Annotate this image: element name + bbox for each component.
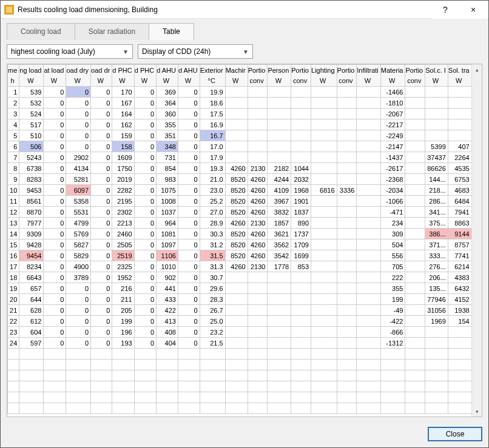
cell[interactable]: 31056 bbox=[425, 305, 448, 316]
cell[interactable]: 19 bbox=[8, 283, 19, 294]
cell[interactable] bbox=[337, 327, 357, 338]
cell[interactable] bbox=[268, 152, 291, 163]
cell[interactable]: 4900 bbox=[66, 261, 91, 272]
cell[interactable]: -2249 bbox=[380, 130, 405, 141]
table-row[interactable]: 196570002160441029.6355135...6432450 bbox=[8, 283, 482, 294]
cell[interactable]: 853 bbox=[291, 261, 311, 272]
cell[interactable]: 539 bbox=[19, 87, 44, 98]
cell[interactable]: 9144 bbox=[448, 229, 471, 239]
cell[interactable]: 1699 bbox=[291, 250, 311, 261]
cell[interactable]: 2195 bbox=[112, 196, 134, 207]
col-header[interactable]: me bbox=[8, 65, 19, 76]
cell[interactable]: 0 bbox=[134, 119, 156, 130]
cell[interactable]: 360 bbox=[157, 109, 178, 119]
cell[interactable]: 0 bbox=[91, 174, 112, 185]
cell[interactable]: 5 bbox=[8, 130, 19, 141]
cell[interactable] bbox=[268, 141, 291, 152]
cell[interactable] bbox=[248, 109, 268, 119]
cell[interactable]: 731 bbox=[157, 152, 178, 163]
cell[interactable] bbox=[448, 109, 471, 119]
cell[interactable] bbox=[337, 261, 357, 272]
cell[interactable] bbox=[425, 87, 448, 98]
cell[interactable]: 11 bbox=[8, 196, 19, 207]
cell[interactable]: 17.5 bbox=[200, 109, 225, 119]
cell[interactable]: 0 bbox=[44, 185, 66, 196]
cell[interactable]: 28.9 bbox=[200, 218, 225, 229]
cell[interactable]: 854 bbox=[157, 163, 178, 174]
cell[interactable]: 14 bbox=[8, 229, 19, 239]
cell[interactable]: 0 bbox=[66, 316, 91, 327]
cell[interactable] bbox=[311, 338, 337, 349]
table-row[interactable]: 65060001580348017.0-2147539940728 bbox=[8, 141, 482, 152]
cell[interactable] bbox=[357, 218, 380, 229]
cell[interactable]: 375... bbox=[425, 218, 448, 229]
cell[interactable] bbox=[357, 87, 380, 98]
cell[interactable]: -2034 bbox=[380, 185, 405, 196]
cell[interactable]: 0 bbox=[66, 327, 91, 338]
cell[interactable]: 3 bbox=[8, 109, 19, 119]
col-header[interactable]: d PHC bbox=[134, 65, 156, 76]
cell[interactable]: 0 bbox=[91, 327, 112, 338]
cell[interactable]: 16 bbox=[8, 250, 19, 261]
cell[interactable]: 6816 bbox=[311, 185, 337, 196]
cell[interactable] bbox=[337, 152, 357, 163]
cell[interactable]: 0 bbox=[178, 87, 200, 98]
cell[interactable]: 4260 bbox=[248, 174, 268, 185]
cell[interactable]: 135... bbox=[425, 283, 448, 294]
cell[interactable]: 369 bbox=[157, 87, 178, 98]
cell[interactable]: 0 bbox=[66, 119, 91, 130]
cell[interactable]: 604 bbox=[19, 327, 44, 338]
display-combo[interactable]: Display of CDD (24h) ▼ bbox=[138, 44, 253, 59]
cell[interactable]: 433 bbox=[157, 294, 178, 305]
cell[interactable]: 167 bbox=[112, 98, 134, 109]
cell[interactable]: 4260 bbox=[248, 239, 268, 250]
cell[interactable] bbox=[268, 87, 291, 98]
cell[interactable] bbox=[405, 316, 425, 327]
cell[interactable]: 0 bbox=[134, 196, 156, 207]
cell[interactable]: 1837 bbox=[291, 207, 311, 218]
cell[interactable]: 206... bbox=[425, 272, 448, 283]
cell[interactable]: 371... bbox=[425, 239, 448, 250]
cell[interactable]: 10 bbox=[8, 185, 19, 196]
cell[interactable]: 2505 bbox=[112, 239, 134, 250]
cell[interactable]: -2368 bbox=[380, 174, 405, 185]
cell[interactable]: 162 bbox=[112, 119, 134, 130]
cell[interactable] bbox=[248, 98, 268, 109]
cell[interactable]: 0 bbox=[91, 152, 112, 163]
cell[interactable]: 4535 bbox=[448, 163, 471, 174]
cell[interactable]: 1075 bbox=[157, 185, 178, 196]
cell[interactable]: 0 bbox=[91, 294, 112, 305]
cell[interactable]: 0 bbox=[178, 283, 200, 294]
cell[interactable]: 211 bbox=[112, 294, 134, 305]
cell[interactable]: 2460 bbox=[112, 229, 134, 239]
vertical-scrollbar[interactable]: ▴ ▾ bbox=[471, 64, 482, 416]
cell[interactable] bbox=[268, 130, 291, 141]
cell[interactable]: 0 bbox=[44, 229, 66, 239]
cell[interactable] bbox=[268, 294, 291, 305]
cell[interactable]: 0 bbox=[91, 283, 112, 294]
cell[interactable]: 0 bbox=[66, 141, 91, 152]
cell[interactable]: 0 bbox=[134, 109, 156, 119]
table-row[interactable]: 118561053580219501008025.285204260396719… bbox=[8, 196, 482, 207]
cell[interactable]: -1066 bbox=[380, 196, 405, 207]
cell[interactable] bbox=[357, 305, 380, 316]
cell[interactable]: 7741 bbox=[448, 250, 471, 261]
cell[interactable]: 26.7 bbox=[200, 305, 225, 316]
cell[interactable]: 0 bbox=[66, 98, 91, 109]
cell[interactable]: 5769 bbox=[66, 229, 91, 239]
cell[interactable]: 0 bbox=[134, 338, 156, 349]
cell[interactable] bbox=[448, 87, 471, 98]
cell[interactable]: -1466 bbox=[380, 87, 405, 98]
cell[interactable]: 17.9 bbox=[200, 152, 225, 163]
cell[interactable] bbox=[337, 98, 357, 109]
col-header[interactable]: oad dry bbox=[66, 65, 91, 76]
cell[interactable]: 218... bbox=[425, 185, 448, 196]
cell[interactable] bbox=[405, 109, 425, 119]
cell[interactable]: -1312 bbox=[380, 338, 405, 349]
cell[interactable]: 0 bbox=[178, 141, 200, 152]
cell[interactable]: 4383 bbox=[448, 272, 471, 283]
cell[interactable]: 5399 bbox=[425, 141, 448, 152]
cell[interactable]: -866 bbox=[380, 327, 405, 338]
cell[interactable]: 1952 bbox=[112, 272, 134, 283]
cell[interactable] bbox=[448, 119, 471, 130]
